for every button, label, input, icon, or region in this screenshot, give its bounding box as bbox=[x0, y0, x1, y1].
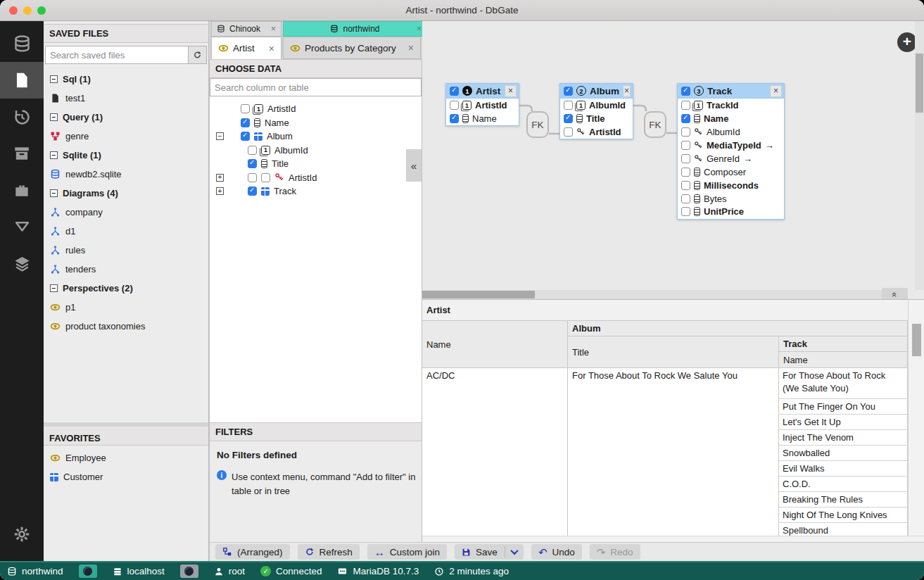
column-row[interactable]: Name bbox=[446, 112, 519, 125]
diagram-canvas[interactable]: FK FK 1 Artist 1ArtistId Name 2 Album 1A… bbox=[422, 21, 924, 299]
tree-row-name[interactable]: Name bbox=[210, 116, 422, 130]
saved-file-d1[interactable]: d1 bbox=[44, 222, 208, 241]
checkbox[interactable] bbox=[241, 132, 250, 141]
checkbox[interactable] bbox=[248, 159, 257, 168]
reference-arrow-icon[interactable] bbox=[743, 153, 752, 164]
grid-cell-track[interactable]: For Those About To Rock (We Salute You) bbox=[779, 368, 908, 399]
grid-header-track[interactable]: Track bbox=[779, 336, 908, 352]
tree-row-track[interactable]: Track bbox=[210, 184, 422, 198]
settings-button[interactable] bbox=[0, 516, 44, 553]
fk-join-badge[interactable]: FK bbox=[526, 111, 549, 138]
server-color-badge[interactable] bbox=[180, 565, 198, 578]
grid-cell-track[interactable]: Put The Finger On You bbox=[779, 399, 908, 415]
collapse-icon[interactable] bbox=[50, 75, 58, 83]
tree-row-album[interactable]: Album bbox=[210, 130, 422, 144]
close-tab-icon[interactable] bbox=[269, 44, 274, 53]
scrollbar-thumb[interactable] bbox=[912, 324, 921, 356]
sidebar-item-databases[interactable] bbox=[0, 25, 44, 62]
undo-button[interactable]: ↶Undo bbox=[531, 544, 582, 560]
add-table-button[interactable]: + bbox=[897, 32, 917, 52]
column-row[interactable]: Bytes bbox=[678, 192, 784, 206]
close-tab-icon[interactable] bbox=[417, 25, 422, 33]
collapse-icon[interactable] bbox=[216, 132, 224, 140]
saved-files-refresh-button[interactable] bbox=[189, 46, 207, 64]
checkbox[interactable] bbox=[248, 187, 257, 196]
grid-cell-track[interactable]: C.O.D. bbox=[779, 477, 908, 492]
grid-header-track-name[interactable]: Name bbox=[779, 352, 908, 368]
close-table-button[interactable] bbox=[505, 85, 517, 97]
tree-row-albumid[interactable]: 1AlbumId bbox=[210, 144, 422, 158]
checkbox[interactable] bbox=[241, 118, 250, 127]
diagram-table-track[interactable]: 3 Track 1TrackId Name AlbumId MediaTypeI… bbox=[677, 83, 785, 220]
checkbox[interactable] bbox=[681, 194, 690, 203]
column-row[interactable]: Milliseconds bbox=[678, 179, 784, 192]
column-row[interactable]: ArtistId bbox=[560, 125, 633, 139]
grid-header-title[interactable]: Title bbox=[568, 336, 779, 368]
arranged-button[interactable]: (Arranged) bbox=[215, 544, 290, 560]
saved-file-genre[interactable]: genre bbox=[44, 127, 208, 146]
collapse-icon[interactable] bbox=[50, 151, 58, 159]
database-color-badge[interactable] bbox=[79, 565, 97, 578]
checkbox[interactable] bbox=[450, 101, 459, 110]
checkbox[interactable] bbox=[681, 87, 690, 96]
close-tab-icon[interactable] bbox=[271, 25, 276, 33]
saved-files-group-sql[interactable]: Sql (1) bbox=[44, 70, 208, 89]
saved-files-group-sqlite[interactable]: Sqlite (1) bbox=[44, 146, 208, 165]
saved-file-product-taxonomies[interactable]: product taxonomies bbox=[44, 317, 208, 336]
tree-row-artistid[interactable]: 1ArtistId bbox=[210, 102, 422, 116]
status-database[interactable]: northwind bbox=[7, 566, 63, 576]
sidebar-item-files[interactable] bbox=[0, 62, 44, 99]
table-header[interactable]: 3 Track bbox=[678, 84, 784, 99]
column-row[interactable]: 1ArtistId bbox=[446, 99, 519, 112]
saved-files-search-input[interactable] bbox=[45, 46, 189, 64]
status-server[interactable]: localhost bbox=[113, 566, 165, 576]
checkbox[interactable] bbox=[681, 207, 690, 216]
sidebar-item-favorites[interactable] bbox=[0, 172, 44, 208]
saved-file-tenders[interactable]: tenders bbox=[44, 260, 208, 279]
grid-vertical-scrollbar[interactable] bbox=[908, 300, 924, 536]
grid-cell-track[interactable]: Evil Walks bbox=[779, 461, 908, 477]
grid-cell-track[interactable]: Night Of The Long Knives bbox=[779, 508, 908, 523]
grid-cell-track[interactable]: Snowballed bbox=[779, 446, 908, 461]
checkbox[interactable] bbox=[248, 173, 257, 182]
checkbox[interactable] bbox=[681, 181, 690, 190]
save-button[interactable]: Save bbox=[455, 544, 505, 560]
collapse-icon[interactable] bbox=[50, 189, 58, 197]
table-header[interactable]: 1 Artist bbox=[446, 84, 519, 99]
checkbox[interactable] bbox=[681, 168, 690, 177]
sidebar-item-archive[interactable] bbox=[0, 135, 44, 172]
tab-file-products-by-category[interactable]: Products by Category bbox=[283, 37, 421, 59]
column-row[interactable]: Name bbox=[678, 112, 784, 125]
collapse-icon[interactable] bbox=[50, 284, 58, 292]
close-table-button[interactable] bbox=[770, 85, 782, 97]
column-row[interactable]: MediaTypeId bbox=[678, 139, 784, 152]
checkbox[interactable] bbox=[564, 114, 573, 123]
checkbox[interactable] bbox=[241, 104, 250, 113]
close-tab-icon[interactable] bbox=[408, 43, 414, 53]
sidebar-item-plugins[interactable] bbox=[0, 245, 44, 282]
canvas-vertical-scrollbar[interactable] bbox=[915, 21, 924, 290]
grid-cell-artist[interactable]: AC/DC bbox=[422, 368, 568, 536]
saved-file-company[interactable]: company bbox=[44, 203, 208, 222]
saved-file-p1[interactable]: p1 bbox=[44, 298, 208, 317]
redo-button[interactable]: ↷Redo bbox=[590, 544, 640, 560]
grid-header-album[interactable]: Album bbox=[568, 321, 908, 336]
save-dropdown-button[interactable] bbox=[505, 544, 524, 560]
column-search-input[interactable] bbox=[210, 78, 422, 96]
column-row[interactable]: AlbumId bbox=[678, 125, 784, 139]
collapse-panel-button[interactable]: « bbox=[406, 149, 422, 182]
tree-row-title[interactable]: Title bbox=[210, 157, 422, 171]
checkbox[interactable] bbox=[681, 127, 690, 137]
saved-file-rules[interactable]: rules bbox=[44, 241, 208, 260]
column-row[interactable]: Title bbox=[560, 112, 633, 125]
tab-file-artist[interactable]: Artist bbox=[211, 37, 281, 59]
checkbox[interactable] bbox=[261, 173, 270, 182]
fk-join-badge[interactable]: FK bbox=[644, 111, 666, 138]
saved-file-test1[interactable]: test1 bbox=[44, 89, 208, 108]
saved-files-group-diagrams[interactable]: Diagrams (4) bbox=[44, 184, 208, 203]
grid-cell-track[interactable]: Inject The Venom bbox=[779, 430, 908, 446]
expand-icon[interactable] bbox=[216, 174, 224, 182]
custom-join-button[interactable]: ↔Custom join bbox=[367, 544, 447, 560]
saved-files-group-query[interactable]: Query (1) bbox=[44, 108, 208, 127]
grid-cell-track[interactable]: Breaking The Rules bbox=[779, 492, 908, 508]
